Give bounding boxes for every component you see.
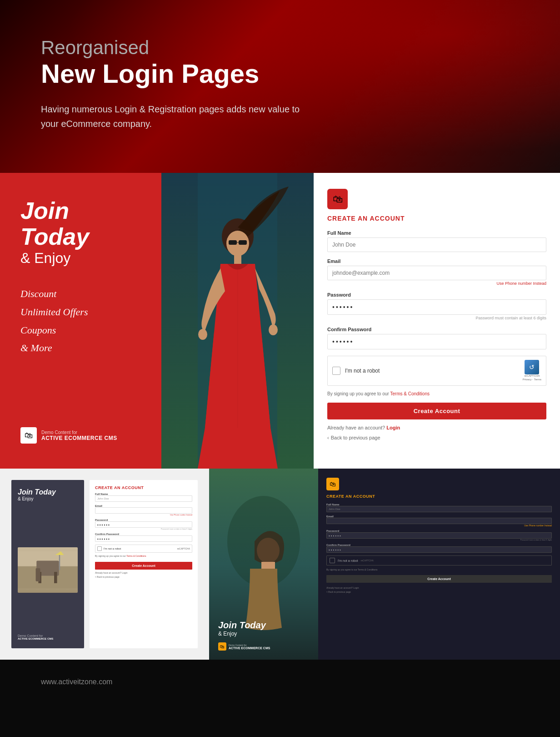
sp1-room-image bbox=[18, 547, 78, 593]
sp2-brand: 🛍 Demo Content for ACTIVE ECOMMERCE CMS bbox=[218, 642, 309, 651]
form-logo: 🛍 bbox=[327, 189, 348, 209]
header-description: Having numerous Login & Registration pag… bbox=[41, 102, 305, 131]
sp1-password-input[interactable]: •••••• bbox=[95, 521, 192, 528]
form-title: CREATE AN ACCOUNT bbox=[327, 215, 546, 222]
sp3-fullname-input[interactable]: John Doe bbox=[326, 506, 552, 512]
brand-text: Demo Content for ACTIVE ECOMMERCE CMS bbox=[41, 430, 117, 441]
email-input[interactable] bbox=[327, 266, 546, 280]
small-preview-dark-form: 🛍 CREATE AN ACCOUNT Full Name John Doe E… bbox=[318, 469, 560, 660]
login-row: Already have an account? Login bbox=[327, 425, 546, 430]
recaptcha-logo: ↺ bbox=[525, 360, 539, 374]
sp1-brand: Demo Content for ACTIVE ECOMMERCE CMS bbox=[18, 634, 78, 640]
svg-point-9 bbox=[198, 329, 207, 340]
svg-rect-23 bbox=[261, 562, 275, 569]
sp1-terms: By signing up you agree to our Terms & C… bbox=[95, 555, 192, 557]
back-link[interactable]: ‹ Back to previous page bbox=[327, 435, 546, 440]
recaptcha-badge: ↺ reCAPTCHAPrivacy - Terms bbox=[523, 360, 541, 382]
sp1-fullname-input[interactable]: John Doe bbox=[95, 495, 192, 502]
sp3-phone-hint: Use Phone number Instead bbox=[326, 524, 552, 527]
email-label: Email bbox=[327, 258, 546, 264]
sp1-create-btn[interactable]: Create Account bbox=[95, 562, 192, 570]
sp3-email-field: Email Use Phone number Instead bbox=[326, 515, 552, 527]
brand-footer: 🛍 Demo Content for ACTIVE ECOMMERCE CMS bbox=[20, 427, 141, 444]
sp3-fullname-field: Full Name John Doe bbox=[326, 503, 552, 512]
sp3-logo: 🛍 bbox=[326, 478, 339, 490]
captcha-row[interactable]: I'm not a robot ↺ reCAPTCHAPrivacy - Ter… bbox=[327, 356, 546, 386]
svg-rect-17 bbox=[59, 555, 60, 570]
car-background: Join Today & Enjoy 🛍 Demo Content for AC… bbox=[209, 469, 318, 660]
sp2-text: Join Today & Enjoy 🛍 Demo Content for AC… bbox=[218, 620, 309, 651]
small-preview-car: Join Today & Enjoy 🛍 Demo Content for AC… bbox=[209, 469, 318, 660]
password-input[interactable] bbox=[327, 299, 546, 315]
sp1-form-title: CREATE AN ACCOUNT bbox=[95, 485, 192, 490]
recaptcha-text: reCAPTCHAPrivacy - Terms bbox=[523, 374, 541, 382]
svg-rect-15 bbox=[54, 572, 57, 583]
terms-link[interactable]: Terms & Conditions bbox=[390, 391, 430, 396]
sp1-join-title: Join Today bbox=[18, 488, 78, 496]
sp3-confirm-field: Confirm Password •••••• bbox=[326, 544, 552, 553]
sp3-confirm-input[interactable]: •••••• bbox=[326, 546, 552, 553]
sp1-fullname-field: Full Name John Doe bbox=[95, 493, 192, 502]
sp3-create-btn[interactable]: Create Account bbox=[326, 575, 552, 583]
sp3-password-field: Password •••••• Password must contain at… bbox=[326, 530, 552, 541]
sp3-title: CREATE AN ACCOUNT bbox=[326, 494, 552, 499]
large-preview: Join Today & Enjoy Discount Unlimited Of… bbox=[0, 173, 560, 469]
sp1-back-link[interactable]: < Back to previous page bbox=[95, 575, 192, 578]
features-list: Discount Unlimited Offers Coupons & More bbox=[20, 285, 141, 357]
sp1-email-field: Email Use Phone number Instead bbox=[95, 505, 192, 516]
small-previews-row: Join Today & Enjoy bbox=[0, 469, 560, 660]
sp3-captcha-label: I'm not a robot bbox=[338, 559, 358, 562]
captcha-checkbox[interactable] bbox=[332, 367, 340, 375]
create-account-button[interactable]: Create Account bbox=[327, 403, 546, 419]
woman-figure-svg bbox=[161, 173, 314, 469]
sp3-captcha: I'm not a robot reCAPTCHA bbox=[326, 555, 552, 565]
sp1-captcha: I'm not a robot reCAPTCHA bbox=[95, 545, 192, 553]
sp3-email-input[interactable] bbox=[326, 518, 552, 524]
sp3-captcha-check[interactable] bbox=[330, 558, 335, 563]
full-name-field: Full Name bbox=[327, 230, 546, 252]
captcha-label: I'm not a robot bbox=[345, 368, 518, 374]
sp3-terms: By signing up you agree to our Terms & C… bbox=[326, 568, 552, 571]
password-field: Password Password must contain at least … bbox=[327, 292, 546, 320]
sp1-captcha-check[interactable] bbox=[97, 546, 102, 551]
photo-background bbox=[161, 173, 314, 469]
svg-rect-8 bbox=[234, 255, 241, 264]
sp3-back-link[interactable]: < Back to previous page bbox=[326, 591, 552, 593]
svg-rect-5 bbox=[229, 240, 237, 245]
sp1-captcha-label: I'm not a robot bbox=[104, 547, 175, 550]
terms-text: By signing up you agree to our Terms & C… bbox=[327, 391, 546, 396]
join-title: Join Today & Enjoy bbox=[20, 198, 141, 267]
confirm-label: Confirm Password bbox=[327, 327, 546, 332]
red-panel: Join Today & Enjoy Discount Unlimited Of… bbox=[0, 173, 161, 469]
full-name-label: Full Name bbox=[327, 230, 546, 236]
footer: www.activeitzone.com bbox=[0, 660, 560, 704]
sp1-recaptcha: reCAPTCHA bbox=[177, 547, 190, 550]
sp1-confirm-input[interactable]: •••••• bbox=[95, 535, 192, 542]
full-name-input[interactable] bbox=[327, 237, 546, 252]
sp2-enjoy: & Enjoy bbox=[218, 631, 309, 637]
password-hint: Password must contain at least 6 digits bbox=[327, 316, 546, 320]
sp1-email-input[interactable] bbox=[95, 507, 192, 514]
confirm-password-input[interactable] bbox=[327, 334, 546, 349]
sp3-recaptcha: reCAPTCHA bbox=[361, 559, 374, 562]
room-svg bbox=[18, 547, 78, 593]
feature-coupons: Coupons bbox=[20, 321, 141, 339]
password-label: Password bbox=[327, 292, 546, 298]
svg-point-10 bbox=[269, 324, 278, 335]
feature-more: & More bbox=[20, 339, 141, 357]
sp2-join-title: Join Today bbox=[218, 620, 309, 631]
svg-rect-6 bbox=[239, 240, 247, 245]
brand-icon: 🛍 bbox=[20, 427, 37, 444]
header-section: Reorganised New Login Pages Having numer… bbox=[0, 0, 560, 173]
form-panel: 🛍 CREATE AN ACCOUNT Full Name Email Use … bbox=[314, 173, 560, 469]
sp2-brand-name: ACTIVE ECOMMERCE CMS bbox=[229, 646, 270, 650]
sp3-password-input[interactable]: •••••• bbox=[326, 532, 552, 539]
sp2-brand-icon: 🛍 bbox=[218, 642, 226, 651]
header-subtitle: Reorganised bbox=[41, 36, 519, 59]
chevron-left-icon: ‹ bbox=[327, 435, 329, 440]
sp1-login-text: Already have an account? Login bbox=[95, 571, 192, 574]
sp1-password-field: Password •••••• Password must contain at… bbox=[95, 519, 192, 530]
sp1-confirm-field: Confirm Password •••••• bbox=[95, 533, 192, 542]
sp1-dark-panel: Join Today & Enjoy bbox=[11, 480, 84, 648]
login-link[interactable]: Login bbox=[386, 425, 400, 430]
